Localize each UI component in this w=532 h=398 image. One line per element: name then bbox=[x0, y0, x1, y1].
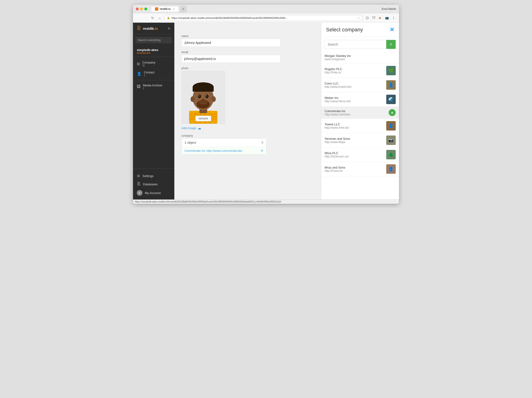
close-window-button[interactable] bbox=[136, 7, 139, 10]
databases-label: Databases bbox=[143, 182, 158, 186]
panel-close-button[interactable]: ✕ bbox=[390, 26, 394, 33]
company-name: Rogahn PLC bbox=[325, 67, 386, 71]
active-tab[interactable]: restdb.io ✕ bbox=[151, 6, 179, 12]
svg-point-12 bbox=[191, 96, 195, 102]
svg-point-14 bbox=[198, 94, 201, 98]
svg-point-16 bbox=[198, 95, 200, 97]
sidebar-bottom-divider bbox=[133, 168, 174, 168]
company-name: Wiza PLC bbox=[325, 151, 386, 155]
company-url: http://www.cummera bbox=[325, 113, 389, 116]
company-object-header[interactable]: 1 object ≡ bbox=[182, 139, 266, 147]
tab-close-button[interactable]: ✕ bbox=[173, 8, 175, 10]
sidebar-nav: ⊞ Company 32 👤 Contact 1 🖼 bbox=[133, 57, 174, 167]
company-thumbnail: 📷 bbox=[386, 136, 396, 145]
extensions-icon[interactable]: ⬡ bbox=[365, 15, 370, 20]
company-url: http://www.Maye bbox=[325, 140, 386, 144]
logo-db-icon: 🗄 bbox=[137, 26, 141, 31]
sidebar-item-databases[interactable]: 🗄 Databases bbox=[133, 180, 174, 188]
shield-icon[interactable]: 🛡 bbox=[371, 15, 376, 20]
db-env-label: development bbox=[137, 52, 171, 54]
email-input[interactable] bbox=[181, 55, 281, 63]
photo-box: remove bbox=[181, 71, 225, 124]
media-archive-label: Media Archive bbox=[143, 84, 162, 87]
company-label: Company bbox=[142, 61, 155, 64]
db-name-label: simpledb-abee bbox=[137, 48, 171, 52]
minimize-window-button[interactable] bbox=[140, 7, 143, 10]
settings-label: Settings bbox=[142, 174, 153, 178]
company-url: www.morgansta bbox=[325, 58, 396, 61]
new-tab-button[interactable]: + bbox=[180, 6, 187, 12]
remove-photo-button[interactable]: remove bbox=[195, 116, 211, 121]
company-name: Weber Inc bbox=[325, 96, 386, 100]
svg-point-13 bbox=[212, 96, 216, 102]
sidebar-item-contact[interactable]: 👤 Contact 1 bbox=[133, 69, 174, 79]
company-selected-check-icon: ● bbox=[389, 109, 396, 116]
company-row-mraz[interactable]: Mraz and Sons http://Frami.tv/ 👤 bbox=[321, 162, 399, 176]
company-row-morgan-stanley[interactable]: Morgan Stanley Inc www.morgansta bbox=[321, 52, 399, 63]
name-input[interactable] bbox=[181, 39, 281, 47]
logo-text: restdb.io bbox=[143, 26, 158, 31]
contact-label: Contact bbox=[144, 71, 154, 74]
sidebar-item-settings[interactable]: ⚙ Settings bbox=[133, 172, 174, 180]
company-row-cummerata[interactable]: Cummerata Inc http://www.cummera ● bbox=[321, 107, 399, 119]
tab-bar: restdb.io ✕ + bbox=[151, 6, 187, 12]
panel-title: Select company bbox=[326, 27, 363, 33]
company-name: Towne LLC bbox=[325, 123, 386, 126]
add-image-label: Add image bbox=[181, 126, 196, 130]
sidebar-item-my-account[interactable]: K My Account bbox=[133, 188, 174, 198]
svg-point-20 bbox=[199, 101, 207, 105]
sidebar-item-media-archive[interactable]: 🖼 Media Archive 2 bbox=[133, 82, 174, 92]
nav-bar: ← → ↻ ⌂ 🔒 https://simpledb-abee.restdb.i… bbox=[133, 13, 399, 23]
company-count: 32 bbox=[142, 64, 155, 67]
reload-button[interactable]: ↻ bbox=[150, 15, 155, 20]
tab-title: restdb.io bbox=[160, 7, 171, 11]
company-row-rogahn[interactable]: Rogahn PLC http://Pete.io/ 🌿 bbox=[321, 63, 399, 78]
fullscreen-window-button[interactable] bbox=[144, 7, 147, 10]
forward-button[interactable]: → bbox=[143, 15, 148, 20]
status-bar-url: https://simpledb-abee.restdb.io/home/db/… bbox=[135, 200, 281, 203]
company-url: http://www.Estell.info/ bbox=[325, 85, 386, 88]
company-object-count: 1 object bbox=[184, 141, 196, 144]
company-thumbnail: 👤 bbox=[386, 121, 396, 131]
back-button[interactable]: ← bbox=[136, 15, 141, 20]
logo: 🗄 restdb.io bbox=[137, 26, 158, 31]
svg-rect-22 bbox=[193, 87, 214, 92]
company-row-stroman[interactable]: Stroman and Sons http://www.Maye 📷 bbox=[321, 133, 399, 148]
bookmark-icon[interactable]: ☆ bbox=[357, 16, 360, 20]
company-icon: ⊞ bbox=[137, 62, 140, 66]
sidebar-logo-area: 🗄 restdb.io ↻ bbox=[133, 23, 174, 34]
company-thumbnail: 🌊 bbox=[386, 95, 396, 104]
contact-count: 1 bbox=[144, 74, 154, 77]
sidebar-bottom: ⚙ Settings 🗄 Databases K My Account bbox=[133, 170, 174, 199]
company-row-wiza[interactable]: Wiza PLC http://Dickinson.ca/ 🌲 bbox=[321, 148, 399, 162]
ssl-lock-icon: 🔒 bbox=[167, 16, 170, 19]
company-row-towne[interactable]: Towne LLC http://www.Arlie.biz/ 👤 bbox=[321, 119, 399, 133]
rss-icon[interactable]: ▶ bbox=[378, 15, 383, 20]
app-container: 🗄 restdb.io ↻ Search everything simpledb… bbox=[133, 23, 399, 199]
company-url: http://www.Arlie.biz/ bbox=[325, 126, 386, 129]
company-url: http://www.Neva.net/ bbox=[325, 100, 386, 103]
company-remove-button[interactable]: ✕ bbox=[260, 149, 263, 153]
cast-icon[interactable]: 📺 bbox=[384, 15, 390, 20]
company-row-weber[interactable]: Weber Inc http://www.Neva.net/ 🌊 bbox=[321, 92, 399, 107]
menu-icon[interactable]: ⋮ bbox=[391, 15, 396, 20]
company-name: Stroman and Sons bbox=[325, 137, 386, 140]
company-url: http://Frami.tv/ bbox=[325, 169, 386, 173]
sidebar-item-company[interactable]: ⊞ Company 32 bbox=[133, 59, 174, 69]
browser-user-label: Knut Martin bbox=[382, 7, 396, 11]
home-button[interactable]: ⌂ bbox=[157, 15, 162, 20]
company-field-box: 1 object ≡ Cummerata Inc http://www.cumm… bbox=[181, 138, 266, 155]
company-selected-row: Cummerata Inc http://www.cummerata.biz/ … bbox=[182, 147, 266, 154]
company-thumbnail: 👤 bbox=[386, 164, 396, 174]
search-everything-input[interactable]: Search everything bbox=[135, 37, 172, 44]
company-thumbnail: 🌲 bbox=[386, 150, 396, 159]
panel-search-add-button[interactable]: + bbox=[386, 40, 396, 49]
company-row-conn[interactable]: Conn LLC http://www.Estell.info/ 👤 bbox=[321, 78, 399, 92]
company-url: http://Dickinson.ca/ bbox=[325, 155, 386, 158]
refresh-icon[interactable]: ↻ bbox=[168, 27, 171, 31]
company-menu-icon[interactable]: ≡ bbox=[261, 140, 263, 145]
url-bar[interactable]: 🔒 https://simpledb-abee.restdb.io/home/d… bbox=[164, 15, 363, 21]
company-thumbnail: 🌿 bbox=[386, 66, 396, 75]
status-bar: https://simpledb-abee.restdb.io/home/db/… bbox=[133, 199, 399, 204]
panel-search-input[interactable] bbox=[325, 40, 386, 49]
